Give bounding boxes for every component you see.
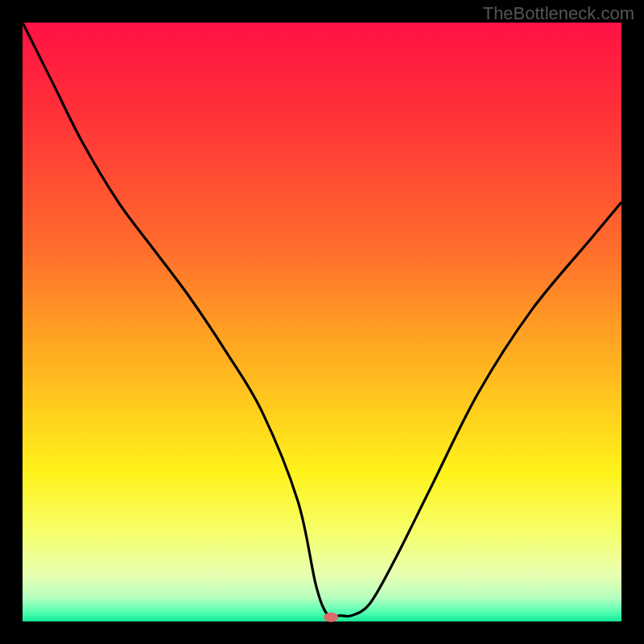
optimal-marker [324,613,338,622]
bottleneck-chart [0,0,644,644]
chart-container: TheBottleneck.com [0,0,644,644]
watermark-label: TheBottleneck.com [483,3,634,24]
plot-background [23,23,621,621]
